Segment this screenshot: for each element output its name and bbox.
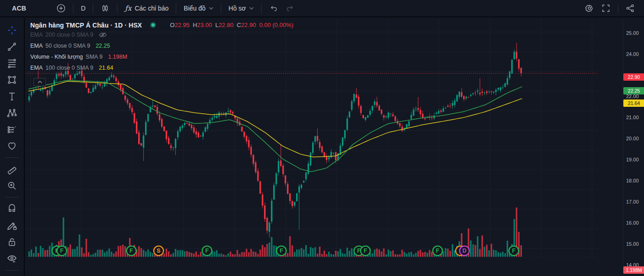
ema100-line [28,81,522,157]
volume-bars-layer [28,208,522,257]
xabcd-pattern-icon [6,107,17,118]
svg-text:F: F [280,248,283,254]
redo-icon [286,4,295,13]
price-label: 22.90 [623,73,644,81]
indicator-row-ema50[interactable]: EMA 50 close 0 SMA 9 22.25 [30,40,293,51]
crosshair-icon [6,25,17,36]
fib-tool-button[interactable] [4,57,20,70]
eye-icon [6,253,17,264]
open-label: O [170,22,174,28]
heart-icon [6,140,17,151]
separator [221,3,221,13]
separator [176,3,176,13]
profile-menu-label: Hồ sơ [229,5,246,12]
symbol-label: ACB [12,5,26,12]
projection-icon [6,124,17,135]
event-marker[interactable]: S [154,246,163,256]
separator [73,3,73,13]
indicator-value: 22.25 [95,43,110,49]
fullscreen-icon [601,4,610,13]
crosshair-tool-button[interactable] [4,24,20,37]
indicator-row-volume[interactable]: Volume - Khối lượng SMA 9 1.198M [30,51,293,62]
measure-tool-button[interactable] [4,163,20,176]
separator [93,3,93,13]
chart-menu-button[interactable]: Biểu đồ [180,3,217,14]
axis-tick: 21.00 [626,114,639,121]
trend-line-icon [6,41,17,52]
forecast-tool-button[interactable] [4,123,20,136]
data-status-dot[interactable] [150,22,156,28]
shapes-tool-button[interactable] [4,73,20,86]
price-label: 21.64 [623,99,644,107]
axis-tick: 19.00 [626,156,639,163]
svg-text:F: F [129,248,133,254]
candlestick-icon [101,4,110,13]
fib-retracement-icon [6,58,17,69]
close-value: 22.90 [241,22,256,28]
separator [5,197,19,198]
profile-menu-button[interactable]: Hồ sơ [225,3,258,14]
event-marker[interactable]: F [202,246,212,256]
share-button[interactable] [622,2,638,15]
axis-tick: 17.00 [626,199,639,205]
event-marker[interactable]: F [361,246,370,256]
lock-icon [6,237,17,248]
separator [5,270,19,270]
symbol-button[interactable]: ACB [9,3,29,14]
magnet-tool-button[interactable] [4,203,20,215]
indicator-row-ema200[interactable]: EMA 200 close 0 SMA 9 [30,29,293,40]
high-label: H [193,22,197,28]
drawing-toolbar [0,18,25,276]
svg-text:F: F [364,248,367,254]
hide-drawings-button[interactable] [4,252,20,265]
chevron-down-icon [209,7,213,10]
ruler-icon [6,164,17,175]
legend-collapse-button[interactable] [34,78,46,86]
event-marker[interactable]: F [509,246,519,256]
ema50-line [28,80,522,171]
price-axis[interactable]: 25.0024.0022.0021.0020.0019.0018.0017.00… [623,18,644,276]
indicator-params: SMA 9 [86,54,103,60]
settings-button[interactable] [581,2,598,15]
text-tool-button[interactable] [4,90,20,103]
indicator-params: 50 close 0 SMA 9 [45,43,90,49]
axis-tick: 18.00 [626,177,639,184]
compare-add-symbol-button[interactable] [53,2,69,15]
indicators-button[interactable]: ƒx Các chỉ báo [121,2,172,14]
chart-legend: Ngân hàng TMCP Á Châu · 1D · HSX O22.95 … [30,21,293,73]
lock-all-drawings-button[interactable] [4,236,20,248]
price-label: 1.198M [623,266,644,274]
separator [618,3,618,13]
event-marker[interactable]: F [127,246,136,256]
chevron-up-icon [38,81,42,83]
instrument-title[interactable]: Ngân hàng TMCP Á Châu · 1D · HSX [30,22,142,29]
event-marker[interactable]: F [57,246,67,256]
indicator-title: Volume - Khối lượng [30,54,83,60]
fx-icon: ƒx [125,4,131,12]
ohlc-values: O22.95 H23.00 L22.80 C22.90 0.00 (0.00%) [170,22,293,28]
chart-style-button[interactable] [97,2,113,15]
pencil-lock-icon [6,220,17,231]
event-marker[interactable]: F [276,246,286,256]
eye-off-icon[interactable] [99,32,107,38]
redo-button[interactable] [282,2,298,15]
indicator-row-ema100[interactable]: EMA 100 close 0 SMA 9 21.64 [30,62,293,73]
timeframe-button[interactable]: D [77,3,89,14]
fullscreen-button[interactable] [598,2,614,15]
open-value: 22.95 [174,22,190,28]
svg-text:F: F [512,248,515,254]
indicator-value: 1.198M [108,54,127,60]
event-marker[interactable]: F [433,246,442,256]
drawing-mode-lock-button[interactable] [4,219,20,232]
low-value: 22.80 [218,22,234,28]
pattern-tool-button[interactable] [4,106,20,119]
emoji-tool-button[interactable] [4,139,20,152]
indicators-label: Các chỉ báo [134,5,168,12]
timeframe-label: D [81,5,85,12]
zoom-in-tool-button[interactable] [4,179,20,192]
axis-tick: 24.00 [626,51,639,57]
undo-button[interactable] [265,2,282,15]
event-marker[interactable]: D [459,246,469,256]
trendline-tool-button[interactable] [4,40,20,53]
share-icon [626,4,635,13]
